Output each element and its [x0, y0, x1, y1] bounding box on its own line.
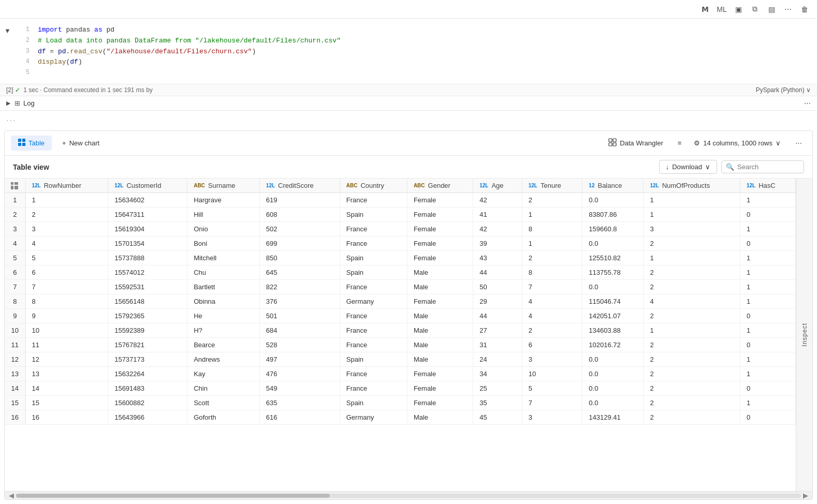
table-cell: 16 — [25, 410, 108, 425]
more-toolbar-icon[interactable]: ⋯ — [782, 3, 794, 16]
table-cell: 15656148 — [108, 294, 187, 309]
row-number-cell: 9 — [5, 309, 25, 323]
table-cell: 0.0 — [582, 367, 644, 381]
log-more-icon[interactable]: ⋯ — [804, 99, 811, 107]
table-cell: 2 — [522, 193, 582, 207]
table-cell: 3 — [522, 410, 582, 425]
table-cell: 0.0 — [582, 352, 644, 367]
table-cell: 143129.41 — [582, 410, 644, 425]
gear-icon: ⚙ — [694, 139, 700, 147]
table-cell: 4 — [25, 236, 108, 251]
new-chart-label: New chart — [69, 139, 100, 147]
table-cell: 2 — [644, 410, 740, 425]
table-tab[interactable]: Table — [11, 136, 52, 151]
table-cell: 1 — [740, 323, 795, 338]
search-box[interactable]: 🔍 — [721, 160, 804, 173]
col-header-surname: ABC Surname — [187, 179, 260, 193]
table-cell: 1 — [644, 207, 740, 222]
row-number-cell: 15 — [5, 396, 25, 410]
table-cell: Spain — [340, 207, 407, 222]
table-cell: 608 — [259, 207, 340, 222]
h-scroll-track[interactable] — [16, 494, 801, 498]
table-cell: 528 — [259, 338, 340, 352]
code-cell: ▼ 1import pandas as pd 2# Load data into… — [0, 19, 817, 84]
table-cell: 684 — [259, 323, 340, 338]
table-cell: 15737173 — [108, 352, 187, 367]
search-input[interactable] — [737, 163, 799, 171]
table-cell: Scott — [187, 396, 260, 410]
cell-toggle[interactable]: ▼ — [0, 25, 15, 37]
filter-icon[interactable]: ≡ — [676, 137, 684, 149]
table-cell: Hill — [187, 207, 260, 222]
notebook-icon[interactable]: 𝗠 — [699, 3, 711, 16]
table-cell: France — [340, 323, 407, 338]
monitor-icon[interactable]: ▣ — [732, 3, 745, 16]
table-cell: 134603.88 — [582, 323, 644, 338]
table-cell: 1 — [740, 352, 795, 367]
row-number-cell: 14 — [5, 381, 25, 396]
table-cell: Andrews — [187, 352, 260, 367]
svg-rect-6 — [609, 143, 612, 146]
table-cell: 0.0 — [582, 396, 644, 410]
table-cell: 2 — [644, 396, 740, 410]
table-cell: Kay — [187, 367, 260, 381]
present-icon[interactable]: ▤ — [765, 3, 778, 16]
inspect-panel[interactable]: Inspect — [796, 179, 812, 491]
copy-icon[interactable]: ⧉ — [749, 3, 761, 16]
table-cell: 159660.8 — [582, 222, 644, 236]
row-number-cell: 5 — [5, 251, 25, 265]
table-cell: 15647311 — [108, 207, 187, 222]
runtime-label[interactable]: PySpark (Python) ∨ — [756, 86, 811, 94]
table-cell: 7 — [522, 280, 582, 294]
col-header-gender: ABC Gender — [407, 179, 473, 193]
table-cell: Germany — [340, 294, 407, 309]
table-cell: H? — [187, 323, 260, 338]
log-row[interactable]: ▶ ⊞ Log ⋯ — [0, 96, 817, 111]
table-view-title: Table view — [13, 163, 49, 171]
col-header-customerid: 12L CustomerId — [108, 179, 187, 193]
table-cell: 9 — [25, 309, 108, 323]
table-cell: 5 — [25, 251, 108, 265]
h-scroll-area[interactable]: ◀ ▶ — [5, 491, 812, 499]
delete-icon[interactable]: 🗑 — [798, 3, 811, 16]
col-header-hasc: 12L HasC — [740, 179, 795, 193]
table-cell: 0 — [740, 236, 795, 251]
download-button[interactable]: ↓ Download ∨ — [659, 160, 717, 174]
table-cell: 10 — [522, 367, 582, 381]
table-row: 4415701354Boni699FranceFemale3910.020 — [5, 236, 796, 251]
row-number-cell: 16 — [5, 410, 25, 425]
search-icon: 🔍 — [726, 163, 734, 171]
table-row: 8815656148Obinna376GermanyFemale29411504… — [5, 294, 796, 309]
table-cell: France — [340, 381, 407, 396]
table-cell: 15792365 — [108, 309, 187, 323]
table-cell: 1 — [740, 396, 795, 410]
svg-rect-7 — [613, 143, 616, 146]
table-cell: 24 — [473, 352, 522, 367]
scroll-left-arrow[interactable]: ◀ — [7, 492, 16, 499]
table-row: 101015592389H?684FranceMale272134603.881… — [5, 323, 796, 338]
data-table-wrapper[interactable]: 12L RowNumber 12L CustomerId ABC Surname… — [5, 179, 796, 491]
top-toolbar: 𝗠 МL ▣ ⧉ ▤ ⋯ 🗑 — [0, 0, 817, 19]
h-scroll-thumb[interactable] — [16, 494, 330, 498]
columns-info[interactable]: ⚙ 14 columns, 1000 rows ∨ — [690, 137, 785, 149]
table-cell: 2 — [25, 207, 108, 222]
data-wrangler-button[interactable]: Data Wrangler — [602, 135, 669, 151]
table-cell: He — [187, 309, 260, 323]
table-cell: Male — [407, 309, 473, 323]
table-cell: 15643966 — [108, 410, 187, 425]
table-cell: Germany — [340, 410, 407, 425]
scroll-right-arrow[interactable]: ▶ — [801, 492, 810, 499]
table-cell: 12 — [25, 352, 108, 367]
ml-icon[interactable]: МL — [716, 3, 728, 16]
table-more-button[interactable]: ⋯ — [791, 137, 806, 149]
table-cell: Female — [407, 367, 473, 381]
table-cell: 15767821 — [108, 338, 187, 352]
table-cell: Goforth — [187, 410, 260, 425]
row-number-cell: 1 — [5, 193, 25, 207]
table-cell: 29 — [473, 294, 522, 309]
table-cell: Female — [407, 207, 473, 222]
table-cell: 50 — [473, 280, 522, 294]
new-chart-button[interactable]: + New chart — [56, 136, 106, 150]
data-table: 12L RowNumber 12L CustomerId ABC Surname… — [5, 179, 796, 425]
table-cell: 1 — [644, 251, 740, 265]
